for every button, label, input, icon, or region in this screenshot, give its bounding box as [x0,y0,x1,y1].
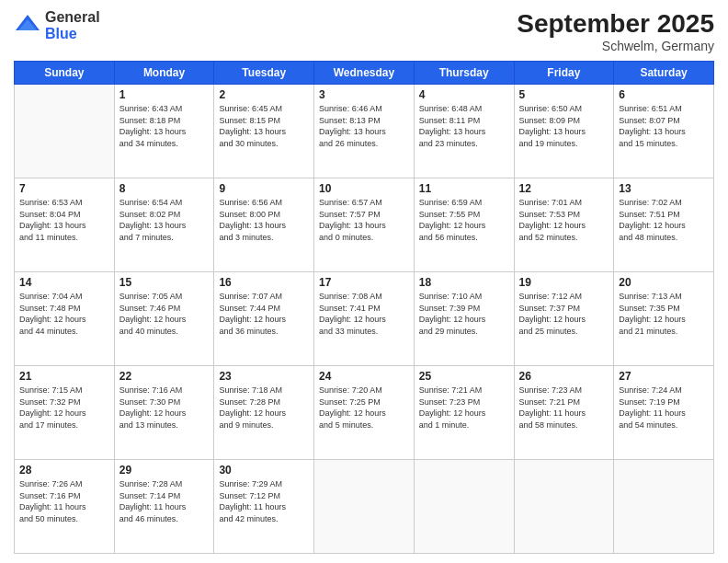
day-info: Sunrise: 7:05 AM Sunset: 7:46 PM Dayligh… [119,291,210,337]
day-info: Sunrise: 7:01 AM Sunset: 7:53 PM Dayligh… [519,197,609,243]
day-info: Sunrise: 7:18 AM Sunset: 7:28 PM Dayligh… [219,385,309,431]
day-number: 8 [119,182,210,195]
weekday-header: Thursday [414,62,514,85]
calendar-cell: 4Sunrise: 6:48 AM Sunset: 8:11 PM Daylig… [414,85,514,178]
day-info: Sunrise: 7:21 AM Sunset: 7:23 PM Dayligh… [419,385,509,431]
header: General Blue September 2025 Schwelm, Ger… [14,9,714,53]
day-info: Sunrise: 7:23 AM Sunset: 7:21 PM Dayligh… [519,385,609,431]
day-info: Sunrise: 6:54 AM Sunset: 8:02 PM Dayligh… [119,197,210,243]
calendar-cell: 12Sunrise: 7:01 AM Sunset: 7:53 PM Dayli… [514,178,614,272]
day-info: Sunrise: 7:29 AM Sunset: 7:12 PM Dayligh… [219,478,309,524]
day-info: Sunrise: 7:15 AM Sunset: 7:32 PM Dayligh… [19,385,109,431]
day-number: 20 [619,276,709,289]
calendar-cell: 23Sunrise: 7:18 AM Sunset: 7:28 PM Dayli… [214,366,314,460]
day-number: 30 [219,464,309,477]
logo-icon [14,12,41,40]
day-info: Sunrise: 6:57 AM Sunset: 7:57 PM Dayligh… [319,197,409,243]
calendar-cell: 13Sunrise: 7:02 AM Sunset: 7:51 PM Dayli… [614,178,714,272]
calendar-cell: 20Sunrise: 7:13 AM Sunset: 7:35 PM Dayli… [614,272,714,366]
calendar-cell: 14Sunrise: 7:04 AM Sunset: 7:48 PM Dayli… [15,272,115,366]
day-number: 11 [419,182,509,195]
weekday-header: Saturday [614,62,714,85]
weekday-header: Sunday [15,62,115,85]
calendar-cell: 8Sunrise: 6:54 AM Sunset: 8:02 PM Daylig… [114,178,214,272]
day-info: Sunrise: 6:51 AM Sunset: 8:07 PM Dayligh… [619,103,709,149]
calendar-cell [514,460,614,554]
day-number: 1 [119,88,210,101]
weekday-header: Monday [114,62,214,85]
day-info: Sunrise: 7:10 AM Sunset: 7:39 PM Dayligh… [419,291,509,337]
calendar-cell: 16Sunrise: 7:07 AM Sunset: 7:44 PM Dayli… [214,272,314,366]
day-info: Sunrise: 6:46 AM Sunset: 8:13 PM Dayligh… [319,103,409,149]
weekday-header: Wednesday [314,62,415,85]
day-info: Sunrise: 7:02 AM Sunset: 7:51 PM Dayligh… [619,197,709,243]
day-number: 27 [619,370,709,383]
calendar-cell [314,460,415,554]
day-info: Sunrise: 6:50 AM Sunset: 8:09 PM Dayligh… [519,103,609,149]
day-info: Sunrise: 7:12 AM Sunset: 7:37 PM Dayligh… [519,291,609,337]
day-info: Sunrise: 6:45 AM Sunset: 8:15 PM Dayligh… [219,103,309,149]
day-number: 18 [419,276,509,289]
logo-general-label: General [45,9,100,26]
title-block: September 2025 Schwelm, Germany [517,9,714,53]
calendar-cell: 27Sunrise: 7:24 AM Sunset: 7:19 PM Dayli… [614,366,714,460]
logo-text: General Blue [45,9,100,41]
day-info: Sunrise: 7:04 AM Sunset: 7:48 PM Dayligh… [19,291,109,337]
day-number: 6 [619,88,709,101]
calendar-week-row: 1Sunrise: 6:43 AM Sunset: 8:18 PM Daylig… [15,85,714,178]
calendar-week-row: 21Sunrise: 7:15 AM Sunset: 7:32 PM Dayli… [15,366,714,460]
day-number: 7 [19,182,109,195]
day-info: Sunrise: 7:20 AM Sunset: 7:25 PM Dayligh… [319,385,409,431]
calendar-cell: 7Sunrise: 6:53 AM Sunset: 8:04 PM Daylig… [15,178,115,272]
day-number: 24 [319,370,409,383]
calendar-week-row: 14Sunrise: 7:04 AM Sunset: 7:48 PM Dayli… [15,272,714,366]
day-number: 13 [619,182,709,195]
day-info: Sunrise: 6:56 AM Sunset: 8:00 PM Dayligh… [219,197,309,243]
month-title: September 2025 [517,9,714,39]
day-number: 3 [319,88,409,101]
calendar-cell: 18Sunrise: 7:10 AM Sunset: 7:39 PM Dayli… [414,272,514,366]
calendar-cell: 9Sunrise: 6:56 AM Sunset: 8:00 PM Daylig… [214,178,314,272]
location-subtitle: Schwelm, Germany [517,39,714,53]
day-number: 16 [219,276,309,289]
day-info: Sunrise: 6:48 AM Sunset: 8:11 PM Dayligh… [419,103,509,149]
day-info: Sunrise: 7:13 AM Sunset: 7:35 PM Dayligh… [619,291,709,337]
day-number: 15 [119,276,210,289]
calendar-cell: 2Sunrise: 6:45 AM Sunset: 8:15 PM Daylig… [214,85,314,178]
logo: General Blue [14,9,100,41]
calendar-cell: 3Sunrise: 6:46 AM Sunset: 8:13 PM Daylig… [314,85,415,178]
calendar-cell: 24Sunrise: 7:20 AM Sunset: 7:25 PM Dayli… [314,366,415,460]
page: General Blue September 2025 Schwelm, Ger… [0,0,728,563]
calendar-cell: 5Sunrise: 6:50 AM Sunset: 8:09 PM Daylig… [514,85,614,178]
calendar-cell: 17Sunrise: 7:08 AM Sunset: 7:41 PM Dayli… [314,272,415,366]
calendar-cell: 6Sunrise: 6:51 AM Sunset: 8:07 PM Daylig… [614,85,714,178]
day-number: 21 [19,370,109,383]
day-number: 2 [219,88,309,101]
calendar-table: SundayMondayTuesdayWednesdayThursdayFrid… [14,61,714,554]
calendar-cell: 28Sunrise: 7:26 AM Sunset: 7:16 PM Dayli… [15,460,115,554]
calendar-cell [15,85,115,178]
calendar-cell: 19Sunrise: 7:12 AM Sunset: 7:37 PM Dayli… [514,272,614,366]
calendar-cell: 15Sunrise: 7:05 AM Sunset: 7:46 PM Dayli… [114,272,214,366]
calendar-cell: 29Sunrise: 7:28 AM Sunset: 7:14 PM Dayli… [114,460,214,554]
day-info: Sunrise: 7:16 AM Sunset: 7:30 PM Dayligh… [119,385,210,431]
day-number: 23 [219,370,309,383]
calendar-cell: 30Sunrise: 7:29 AM Sunset: 7:12 PM Dayli… [214,460,314,554]
day-number: 9 [219,182,309,195]
day-info: Sunrise: 6:43 AM Sunset: 8:18 PM Dayligh… [119,103,210,149]
logo-blue-label: Blue [45,26,100,42]
day-number: 29 [119,464,210,477]
day-info: Sunrise: 7:08 AM Sunset: 7:41 PM Dayligh… [319,291,409,337]
day-number: 19 [519,276,609,289]
day-number: 17 [319,276,409,289]
day-info: Sunrise: 7:07 AM Sunset: 7:44 PM Dayligh… [219,291,309,337]
calendar-cell: 10Sunrise: 6:57 AM Sunset: 7:57 PM Dayli… [314,178,415,272]
day-number: 10 [319,182,409,195]
day-number: 4 [419,88,509,101]
calendar-cell: 25Sunrise: 7:21 AM Sunset: 7:23 PM Dayli… [414,366,514,460]
day-number: 5 [519,88,609,101]
calendar-cell: 22Sunrise: 7:16 AM Sunset: 7:30 PM Dayli… [114,366,214,460]
calendar-cell: 26Sunrise: 7:23 AM Sunset: 7:21 PM Dayli… [514,366,614,460]
day-info: Sunrise: 6:53 AM Sunset: 8:04 PM Dayligh… [19,197,109,243]
day-number: 22 [119,370,210,383]
